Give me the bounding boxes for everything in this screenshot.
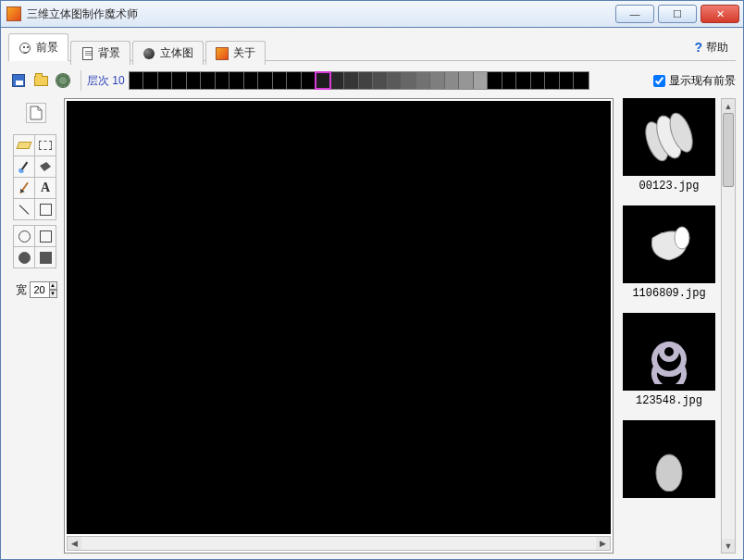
layer-cell[interactable] bbox=[531, 72, 546, 89]
layer-cell[interactable] bbox=[316, 72, 330, 89]
help-label: 帮助 bbox=[706, 40, 728, 56]
marquee-tool[interactable] bbox=[34, 134, 56, 156]
tab-about[interactable]: 关于 bbox=[205, 41, 266, 65]
layer-cell[interactable] bbox=[258, 72, 273, 89]
layer-cell[interactable] bbox=[172, 72, 187, 89]
layer-cell[interactable] bbox=[244, 72, 259, 89]
layer-cell[interactable] bbox=[430, 72, 445, 89]
document-icon bbox=[81, 47, 93, 60]
settings-button[interactable] bbox=[53, 70, 73, 91]
show-foreground-checkbox[interactable]: 显示现有前景 bbox=[650, 72, 736, 90]
thumbnail-label: 1106809.jpg bbox=[617, 287, 721, 300]
save-button[interactable] bbox=[8, 70, 29, 91]
thumbnail bbox=[623, 313, 715, 391]
text-tool[interactable]: A bbox=[34, 177, 56, 199]
layer-cell[interactable] bbox=[488, 72, 502, 89]
layer-cell[interactable] bbox=[416, 72, 431, 89]
close-button[interactable]: ✕ bbox=[701, 5, 739, 23]
circle-outline-tool[interactable] bbox=[13, 225, 35, 247]
show-foreground-input[interactable] bbox=[653, 75, 665, 87]
new-document-button[interactable] bbox=[26, 103, 46, 123]
pencil-tool[interactable] bbox=[13, 177, 35, 199]
layer-cell[interactable] bbox=[560, 72, 575, 89]
tool-grid: A bbox=[14, 135, 58, 268]
layer-cell[interactable] bbox=[302, 72, 316, 89]
layer-cell[interactable] bbox=[187, 72, 202, 89]
layer-cell[interactable] bbox=[273, 72, 288, 89]
eraser-tool[interactable] bbox=[13, 134, 35, 156]
marquee-icon bbox=[39, 141, 52, 150]
square-outline-tool[interactable] bbox=[34, 225, 56, 247]
scroll-up-icon[interactable]: ▲ bbox=[722, 99, 735, 113]
show-foreground-label: 显示现有前景 bbox=[669, 73, 736, 89]
rectangle-tool[interactable] bbox=[34, 198, 56, 220]
layer-label: 层次 10 bbox=[87, 73, 125, 89]
layer-cell[interactable] bbox=[402, 72, 416, 89]
layer-cell[interactable] bbox=[344, 72, 359, 89]
pencil-icon bbox=[19, 182, 29, 194]
toolbox: A 宽 ▲ bbox=[8, 98, 64, 554]
layer-cell[interactable] bbox=[373, 72, 388, 89]
scroll-left-icon[interactable]: ◀ bbox=[68, 537, 81, 550]
width-input[interactable] bbox=[30, 281, 50, 298]
maximize-button[interactable]: ☐ bbox=[658, 5, 697, 23]
layer-cell[interactable] bbox=[574, 72, 589, 89]
canvas[interactable] bbox=[67, 101, 611, 534]
square-fill-tool[interactable] bbox=[34, 246, 56, 268]
gallery-item[interactable]: 00123.jpg bbox=[617, 98, 721, 193]
canvas-h-scrollbar[interactable]: ◀ ▶ bbox=[67, 536, 611, 551]
thumbnail-label: 00123.jpg bbox=[617, 180, 721, 193]
width-spin-up[interactable]: ▲ bbox=[50, 281, 57, 290]
layer-strip[interactable] bbox=[129, 71, 589, 90]
layer-cell[interactable] bbox=[287, 72, 302, 89]
layer-cell[interactable] bbox=[201, 72, 216, 89]
svg-point-5 bbox=[656, 454, 682, 492]
minimize-button[interactable]: — bbox=[615, 5, 654, 23]
layer-cell[interactable] bbox=[229, 72, 244, 89]
thumbnail bbox=[623, 420, 715, 498]
scroll-thumb[interactable] bbox=[723, 113, 734, 187]
layer-cell[interactable] bbox=[330, 72, 345, 89]
layer-cell[interactable] bbox=[516, 72, 531, 89]
open-button[interactable] bbox=[31, 70, 51, 91]
layer-cell[interactable] bbox=[158, 72, 173, 89]
tab-foreground[interactable]: 前景 bbox=[8, 33, 68, 61]
bucket-icon bbox=[40, 162, 51, 171]
gallery-list: 00123.jpg1106809.jpg123548.jpg bbox=[617, 98, 721, 554]
about-icon bbox=[216, 47, 229, 60]
gallery-item[interactable] bbox=[617, 420, 721, 498]
layer-cell[interactable] bbox=[388, 72, 403, 89]
eyedropper-tool[interactable] bbox=[13, 156, 35, 178]
layer-cell[interactable] bbox=[359, 72, 374, 89]
layer-cell[interactable] bbox=[130, 72, 144, 89]
scroll-down-icon[interactable]: ▼ bbox=[722, 539, 735, 553]
scroll-right-icon[interactable]: ▶ bbox=[596, 537, 610, 550]
line-tool[interactable] bbox=[13, 198, 35, 220]
scroll-track[interactable] bbox=[81, 537, 596, 550]
thumbnail bbox=[623, 205, 715, 283]
layer-cell[interactable] bbox=[216, 72, 230, 89]
text-icon: A bbox=[41, 180, 50, 195]
gear-icon bbox=[56, 74, 69, 87]
layer-cell[interactable] bbox=[502, 72, 517, 89]
help-button[interactable]: ? 帮助 bbox=[687, 36, 736, 58]
gallery-item[interactable]: 123548.jpg bbox=[617, 313, 721, 407]
layer-cell[interactable] bbox=[459, 72, 474, 89]
layer-cell[interactable] bbox=[474, 72, 489, 89]
main-body: A 宽 ▲ bbox=[8, 98, 736, 554]
gallery-item[interactable]: 1106809.jpg bbox=[617, 205, 721, 300]
layer-cell[interactable] bbox=[545, 72, 560, 89]
gallery-scrollbar[interactable]: ▲ ▼ bbox=[721, 98, 736, 554]
fill-tool[interactable] bbox=[34, 156, 56, 178]
scroll-track[interactable] bbox=[722, 113, 735, 539]
toolbar: 层次 10 显示现有前景 bbox=[8, 68, 736, 93]
layer-cell[interactable] bbox=[143, 72, 158, 89]
separator bbox=[81, 70, 81, 91]
title-bar: 三维立体图制作魔术师 — ☐ ✕ bbox=[0, 0, 744, 28]
width-spin-down[interactable]: ▼ bbox=[50, 290, 57, 298]
square-outline-icon bbox=[40, 230, 52, 243]
circle-fill-tool[interactable] bbox=[13, 246, 35, 268]
layer-cell[interactable] bbox=[445, 72, 460, 89]
tab-background[interactable]: 背景 bbox=[70, 41, 130, 65]
tab-stereogram[interactable]: 立体图 bbox=[132, 41, 204, 65]
